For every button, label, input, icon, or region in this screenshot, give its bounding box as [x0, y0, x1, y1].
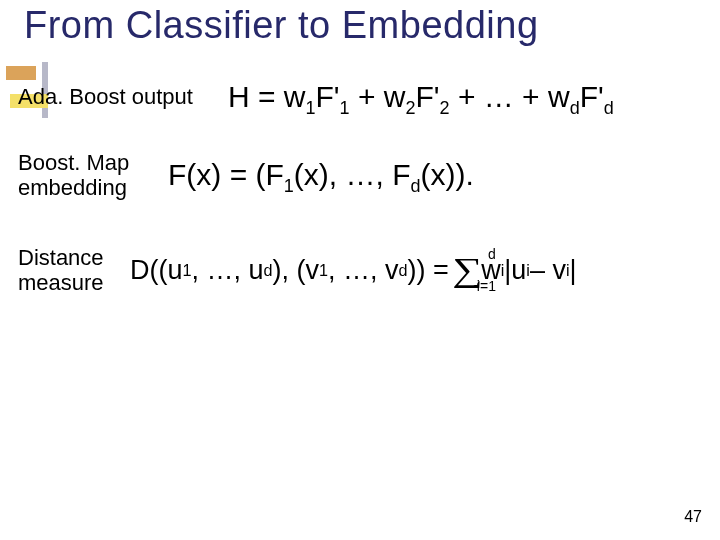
label-line: measure [18, 270, 104, 295]
txt: |u [504, 255, 526, 286]
txt: (x), …, F [294, 158, 411, 191]
deco-bar-orange [6, 66, 36, 80]
label-boostmap: Boost. Map embedding [18, 150, 168, 201]
txt: , …, v [328, 255, 399, 286]
txt: )) = [408, 255, 449, 286]
txt: F' [416, 80, 440, 113]
label-line: Boost. Map [18, 150, 129, 175]
formula-H: H = w1F'1 + w2F'2 + … + wdF'd [228, 80, 714, 114]
sub: d [410, 176, 420, 196]
txt: D((u [130, 255, 183, 286]
row-boostmap: Boost. Map embedding F(x) = (F1(x), …, F… [18, 150, 714, 201]
sub: 1 [284, 176, 294, 196]
row-distance: Distance measure D((u1, …, ud), (v1, …, … [18, 245, 714, 296]
txt: F' [580, 80, 604, 113]
label-line: Distance [18, 245, 104, 270]
txt: + … + [450, 80, 548, 113]
row-adaboost: Ada. Boost output H = w1F'1 + w2F'2 + … … [18, 80, 714, 114]
label-line: embedding [18, 175, 127, 200]
formula-D: D((u1, …, ud), (v1, …, vd)) = ∑di=1 wi|u… [130, 253, 714, 287]
txt: H = [228, 80, 284, 113]
txt: | [570, 255, 577, 286]
txt: w [548, 80, 570, 113]
txt: w [284, 80, 306, 113]
txt: ), (v [273, 255, 320, 286]
txt: – v [530, 255, 566, 286]
label-adaboost: Ada. Boost output [18, 84, 228, 109]
sub: 1 [340, 98, 350, 118]
txt: F(x) = (F [168, 158, 284, 191]
page-number: 47 [684, 508, 702, 526]
txt: F' [316, 80, 340, 113]
txt: (x)). [421, 158, 474, 191]
sigma-icon: ∑di=1 [452, 253, 482, 287]
sub: d [604, 98, 614, 118]
sigma-upper: d [488, 247, 496, 261]
sub: 2 [440, 98, 450, 118]
sub: 1 [306, 98, 316, 118]
slide-title: From Classifier to Embedding [24, 4, 539, 47]
txt: , …, u [192, 255, 264, 286]
txt: + [350, 80, 384, 113]
sub: d [570, 98, 580, 118]
txt: w [384, 80, 406, 113]
sigma-lower: i=1 [477, 279, 496, 293]
slide: From Classifier to Embedding Ada. Boost … [0, 0, 720, 540]
sub: 2 [406, 98, 416, 118]
label-distance: Distance measure [18, 245, 130, 296]
formula-F: F(x) = (F1(x), …, Fd(x)). [168, 158, 714, 192]
